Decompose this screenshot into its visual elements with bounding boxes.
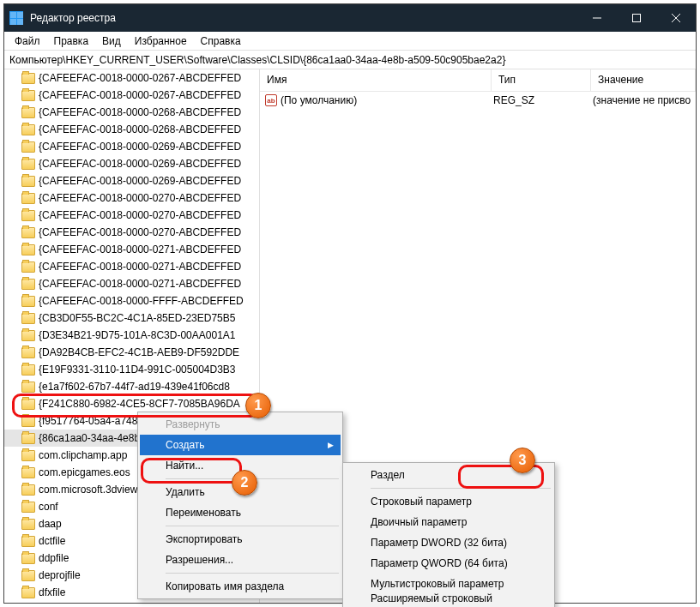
- folder-icon: [21, 484, 35, 496]
- folder-icon: [21, 227, 35, 238]
- callout-3: 3: [510, 448, 535, 473]
- ctx-new-expand[interactable]: Расширяемый строковый параметр: [345, 594, 552, 607]
- ctx-create[interactable]: Создать▶: [140, 435, 341, 455]
- folder-icon: [21, 502, 35, 513]
- tree-item[interactable]: {CAFEEFAC-0018-0000-FFFF-ABCDEFFED: [4, 292, 259, 310]
- value-type: REG_SZ: [493, 94, 593, 106]
- folder-icon: [21, 313, 35, 324]
- tree-item[interactable]: {CAFEEFAC-0018-0000-0267-ABCDEFFED: [4, 69, 259, 87]
- ctx-new-qword[interactable]: Параметр QWORD (64 бита): [345, 553, 552, 574]
- tree-label: {CAFEEFAC-0018-0000-0269-ABCDEFFED: [39, 175, 241, 187]
- tree-item[interactable]: {CAFEEFAC-0018-0000-0270-ABCDEFFED: [4, 189, 259, 207]
- tree-label: {CAFEEFAC-0018-0000-0270-ABCDEFFED: [39, 209, 241, 221]
- ctx-new-multi[interactable]: Мультистроковый параметр: [345, 574, 552, 594]
- window-title: Редактор реестра: [30, 12, 577, 24]
- col-type[interactable]: Тип: [492, 69, 591, 91]
- ctx-new-dword[interactable]: Параметр DWORD (32 бита): [345, 532, 552, 553]
- ctx-export[interactable]: Экспортировать: [140, 529, 341, 550]
- tree-label: {CAFEEFAC-0018-0000-0267-ABCDEFFED: [39, 89, 241, 101]
- callout-2: 2: [232, 470, 257, 496]
- app-icon: [9, 11, 23, 25]
- menu-help[interactable]: Справка: [194, 33, 248, 49]
- tree-label: {CB3D0F55-BC2C-4C1A-85ED-23ED75B5: [39, 312, 235, 324]
- menubar: Файл Правка Вид Избранное Справка: [4, 32, 696, 51]
- titlebar: Редактор реестра: [4, 4, 696, 32]
- tree-label: dctfile: [39, 535, 65, 547]
- col-value[interactable]: Значение: [591, 69, 696, 91]
- tree-item[interactable]: {CAFEEFAC-0018-0000-0267-ABCDEFFED: [4, 87, 259, 104]
- tree-label: {CAFEEFAC-0018-0000-0268-ABCDEFFED: [39, 106, 241, 118]
- tree-item[interactable]: {CAFEEFAC-0018-0000-0270-ABCDEFFED: [4, 207, 259, 224]
- tree-label: {D3E34B21-9D75-101A-8C3D-00AA001A1: [39, 329, 235, 341]
- menu-favorites[interactable]: Избранное: [128, 33, 194, 49]
- folder-icon: [21, 519, 35, 530]
- ctx-new-binary[interactable]: Двоичный параметр: [345, 512, 552, 532]
- tree-item[interactable]: {CAFEEFAC-0018-0000-0271-ABCDEFFED: [4, 275, 259, 292]
- col-name[interactable]: Имя: [260, 69, 492, 91]
- tree-label: ddpfile: [39, 552, 69, 564]
- tree-item[interactable]: {CAFEEFAC-0018-0000-0269-ABCDEFFED: [4, 155, 259, 172]
- folder-icon: [21, 553, 35, 564]
- tree-label: dfxfile: [39, 586, 65, 598]
- minimize-button[interactable]: [577, 4, 617, 32]
- svg-rect-1: [633, 15, 641, 22]
- tree-item[interactable]: {CAFEEFAC-0018-0000-0268-ABCDEFFED: [4, 121, 259, 138]
- tree-label: {CAFEEFAC-0018-0000-0271-ABCDEFFED: [39, 243, 241, 255]
- tree-item[interactable]: Directory: [4, 601, 259, 603]
- tree-item[interactable]: {D3E34B21-9D75-101A-8C3D-00AA001A1: [4, 327, 259, 344]
- tree-item[interactable]: {CAFEEFAC-0018-0000-0271-ABCDEFFED: [4, 258, 259, 275]
- folder-icon: [21, 244, 35, 255]
- tree-label: com.epicgames.eos: [39, 466, 130, 478]
- ctx-rename[interactable]: Переименовать: [140, 502, 341, 523]
- tree-label: {CAFEEFAC-0018-0000-0270-ABCDEFFED: [39, 192, 241, 204]
- folder-icon: [21, 433, 35, 444]
- separator: [166, 573, 339, 574]
- list-header: Имя Тип Значение: [260, 69, 696, 92]
- tree-label: {CAFEEFAC-0018-0000-0268-ABCDEFFED: [39, 123, 241, 135]
- tree-label: {CAFEEFAC-0018-0000-0271-ABCDEFFED: [39, 278, 241, 290]
- ctx-permissions[interactable]: Разрешения...: [140, 550, 341, 570]
- tree-label: daap: [39, 518, 62, 530]
- tree-label: {CAFEEFAC-0018-0000-0267-ABCDEFFED: [39, 72, 241, 84]
- folder-icon: [21, 587, 35, 598]
- folder-icon: [21, 210, 35, 221]
- annotation-ring-1: [12, 394, 259, 418]
- tree-label: {DA92B4CB-EFC2-4C1B-AEB9-DF592DDE: [39, 346, 239, 358]
- folder-icon: [21, 90, 35, 101]
- folder-icon: [21, 124, 35, 135]
- folder-icon: [21, 296, 35, 307]
- folder-icon: [21, 193, 35, 204]
- ctx-copy-name[interactable]: Копировать имя раздела: [140, 576, 341, 597]
- tree-label: com.clipchamp.app: [39, 449, 127, 461]
- maximize-button[interactable]: [617, 4, 656, 32]
- folder-icon: [21, 450, 35, 461]
- menu-edit[interactable]: Правка: [47, 33, 96, 49]
- tree-item[interactable]: {CAFEEFAC-0018-0000-0270-ABCDEFFED: [4, 224, 259, 241]
- value-data: (значение не присво: [593, 94, 696, 106]
- close-button[interactable]: [656, 4, 696, 32]
- tree-item[interactable]: {CAFEEFAC-0018-0000-0269-ABCDEFFED: [4, 138, 259, 155]
- tree-label: {CAFEEFAC-0018-0000-FFFF-ABCDEFFED: [39, 295, 244, 307]
- callout-1: 1: [245, 393, 271, 418]
- folder-icon: [21, 536, 35, 547]
- ctx-new-string[interactable]: Строковый параметр: [345, 491, 552, 512]
- tree-item[interactable]: {E19F9331-3110-11D4-991C-005004D3B3: [4, 361, 259, 378]
- tree-item[interactable]: {CAFEEFAC-0018-0000-0271-ABCDEFFED: [4, 241, 259, 258]
- tree-item[interactable]: {CB3D0F55-BC2C-4C1A-85ED-23ED75B5: [4, 310, 259, 327]
- tree-item[interactable]: {CAFEEFAC-0018-0000-0268-ABCDEFFED: [4, 104, 259, 121]
- value-row[interactable]: ab (По умолчанию) REG_SZ (значение не пр…: [260, 92, 696, 109]
- folder-icon: [21, 570, 35, 581]
- tree-label: {CAFEEFAC-0018-0000-0271-ABCDEFFED: [39, 261, 241, 273]
- folder-icon: [21, 347, 35, 358]
- tree-item[interactable]: {e1a7f602-67b7-44f7-ad19-439e41f06cd8: [4, 378, 259, 395]
- annotation-ring-2: [141, 458, 242, 484]
- folder-icon: [21, 364, 35, 376]
- tree-label: {CAFEEFAC-0018-0000-0269-ABCDEFFED: [39, 141, 241, 153]
- tree-label: {E19F9331-3110-11D4-991C-005004D3B3: [39, 364, 236, 376]
- tree-label: {CAFEEFAC-0018-0000-0269-ABCDEFFED: [39, 158, 241, 170]
- menu-view[interactable]: Вид: [95, 33, 128, 49]
- menu-file[interactable]: Файл: [8, 33, 47, 49]
- tree-item[interactable]: {DA92B4CB-EFC2-4C1B-AEB9-DF592DDE: [4, 344, 259, 361]
- address-bar[interactable]: Компьютер\HKEY_CURRENT_USER\Software\Cla…: [4, 51, 696, 69]
- tree-item[interactable]: {CAFEEFAC-0018-0000-0269-ABCDEFFED: [4, 172, 259, 189]
